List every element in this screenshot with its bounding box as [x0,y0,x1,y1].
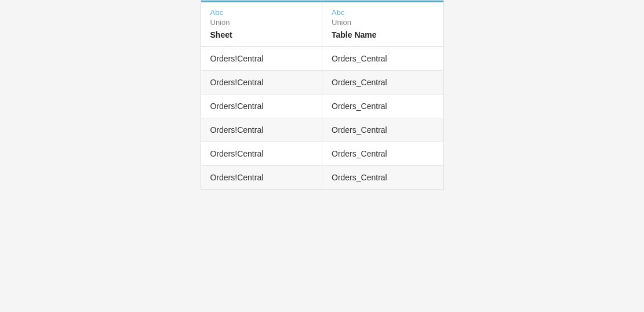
cell-sheet-3: Orders!Central [201,118,323,142]
column-header-sheet: Abc Union Sheet [201,1,323,46]
cell-tablename-0: Orders_Central [322,47,443,70]
cell-tablename-2: Orders_Central [322,95,443,118]
cell-tablename-5: Orders_Central [322,166,443,189]
cell-sheet-0: Orders!Central [201,47,323,70]
col-name-1: Sheet [210,30,313,39]
cell-tablename-3: Orders_Central [322,118,443,142]
cell-sheet-2: Orders!Central [201,95,323,118]
col-subtype-1: Union [210,18,313,27]
table-row: Orders!Central Orders_Central [201,142,443,166]
table-row: Orders!Central Orders_Central [201,166,443,190]
page-wrapper: Abc Union Sheet Abc Union Table Name Ord… [0,0,644,312]
table-row: Orders!Central Orders_Central [201,71,443,95]
table-row: Orders!Central Orders_Central [201,95,443,118]
cell-tablename-4: Orders_Central [322,142,443,165]
column-header-tablename: Abc Union Table Name [322,1,443,46]
table-row: Orders!Central Orders_Central [201,118,443,142]
col-subtype-2: Union [332,18,434,27]
cell-tablename-1: Orders_Central [322,71,443,94]
cell-sheet-4: Orders!Central [201,142,323,165]
col-type-2: Abc [332,8,434,17]
table-row: Orders!Central Orders_Central [201,47,443,71]
cell-sheet-1: Orders!Central [201,71,323,94]
column-header-row: Abc Union Sheet Abc Union Table Name [201,1,443,47]
data-table: Abc Union Sheet Abc Union Table Name Ord… [201,0,444,190]
col-type-1: Abc [210,8,313,17]
cell-sheet-5: Orders!Central [201,166,323,189]
col-name-2: Table Name [332,30,434,39]
